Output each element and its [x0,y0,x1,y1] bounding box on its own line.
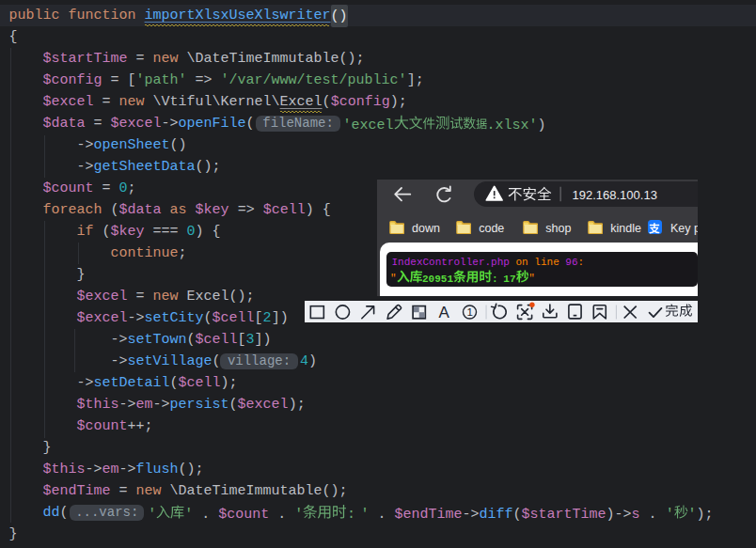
svg-text:A: A [439,304,450,321]
svg-text:1: 1 [466,307,472,319]
